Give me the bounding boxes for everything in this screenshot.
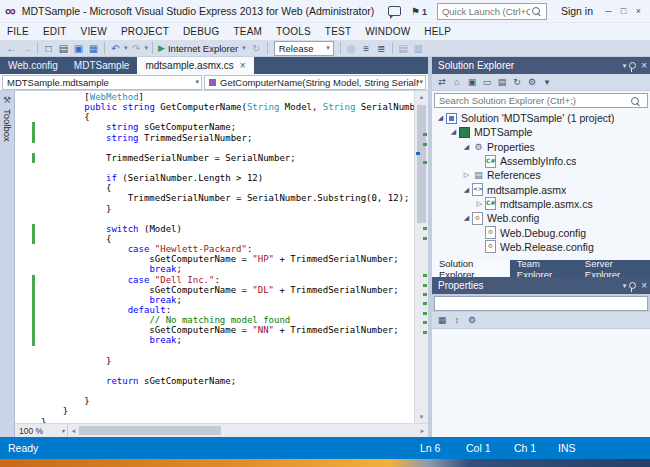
outdent-icon[interactable]: ≣	[374, 43, 389, 54]
panel-tab-team-explorer[interactable]: Team Explorer	[510, 260, 578, 277]
redo-icon[interactable]: ↷	[129, 43, 144, 54]
find-icon[interactable]: ◎	[344, 43, 359, 54]
sync-with-active-document-icon[interactable]: ⇄	[435, 77, 449, 87]
tree-item[interactable]: ▷C#mdtsample.asmx.cs	[432, 197, 650, 211]
chevron-down-icon[interactable]: ▾	[145, 44, 149, 52]
scroll-right-icon[interactable]: ►	[417, 428, 428, 434]
chevron-down-icon[interactable]: ▾	[242, 44, 246, 52]
show-all-files-icon[interactable]: ▤	[495, 77, 509, 87]
minimize-button[interactable]: ─	[601, 6, 616, 16]
editor-horizontal-scrollbar[interactable]	[79, 424, 417, 437]
uncomment-icon[interactable]: ▥	[411, 43, 426, 54]
tab-mdtsample-asmx-cs[interactable]: mdtsample.asmx.cs×	[137, 57, 253, 74]
tree-item[interactable]: ⚙Web.Debug.config	[432, 225, 650, 239]
properties-object-dropdown[interactable]	[434, 296, 648, 311]
filter-dropdown-icon[interactable]: ▾	[540, 77, 554, 87]
menu-help[interactable]: HELP	[417, 26, 458, 37]
expander-icon[interactable]: ▷	[474, 200, 485, 208]
menu-team[interactable]: TEAM	[227, 26, 270, 37]
save-all-icon[interactable]: ▦	[86, 43, 101, 54]
tree-item[interactable]: ⚙Web.Release.config	[432, 240, 650, 254]
properties-icon[interactable]: ⚙	[525, 77, 539, 87]
tab-mdtsample[interactable]: MDTSample	[66, 57, 138, 74]
chevron-down-icon[interactable]: ▾	[124, 44, 128, 52]
expander-icon[interactable]: ◢	[461, 143, 472, 151]
menu-tools[interactable]: TOOLS	[269, 26, 318, 37]
panel-tab-server-explorer[interactable]: Server Explorer	[578, 260, 650, 277]
alphabetical-icon[interactable]: ↕	[450, 315, 464, 325]
start-debug-button[interactable]: ▶Internet Explorer▾	[158, 43, 247, 54]
feedback-icon[interactable]	[388, 6, 401, 16]
code-line: case "Hewlett-Packard":	[41, 244, 414, 254]
home-icon[interactable]: ⌂	[450, 77, 464, 87]
switch-views-icon[interactable]: ▣	[465, 77, 479, 87]
scroll-up-icon[interactable]: ▲	[415, 91, 428, 103]
menu-project[interactable]: PROJECT	[114, 26, 176, 37]
menu-edit[interactable]: EDIT	[36, 26, 74, 37]
menu-test[interactable]: TEST	[318, 26, 358, 37]
property-pages-icon[interactable]: ⚙	[465, 315, 479, 325]
pin-icon[interactable]	[629, 62, 636, 69]
expander-icon[interactable]: ◢	[461, 214, 472, 222]
member-dropdown[interactable]: GetComputerName(String Model, String Ser…	[204, 75, 426, 90]
editor-vscroll-track[interactable]	[415, 103, 428, 411]
notifications-flag-icon[interactable]: ⚑1	[411, 6, 427, 17]
editor-vertical-scrollbar[interactable]: ▲ ▼	[414, 91, 428, 423]
nav-forward-icon[interactable]: →	[19, 43, 34, 54]
toolbox-tab[interactable]: ⚒ Toolbox	[2, 91, 13, 142]
tree-item[interactable]: ◢<>mdtsample.asmx	[432, 182, 650, 196]
close-icon[interactable]: ×	[240, 60, 246, 71]
solution-search-box[interactable]	[434, 93, 648, 108]
code-editor[interactable]: [WebMethod] public string GetComputerNam…	[15, 91, 428, 437]
menu-file[interactable]: FILE	[0, 26, 36, 37]
config-file-icon: ⚙	[485, 226, 496, 239]
new-file-icon[interactable]: □	[41, 43, 56, 54]
change-mark	[423, 321, 427, 324]
title-bar: ∞ MDTSample - Microsoft Visual Studio Ex…	[0, 0, 650, 23]
close-icon[interactable]: ×	[641, 60, 647, 71]
expander-icon[interactable]: ◢	[435, 114, 446, 122]
panel-tab-solution-explorer[interactable]: Solution Explorer	[432, 260, 510, 277]
refresh-icon[interactable]: ↻	[510, 77, 524, 87]
menu-debug[interactable]: DEBUG	[176, 26, 227, 37]
expander-icon[interactable]: ◢	[461, 186, 472, 194]
nav-backward-icon[interactable]: ←	[4, 43, 19, 54]
window-position-icon[interactable]: ▾	[623, 62, 627, 70]
expander-icon[interactable]: ◢	[448, 128, 459, 136]
refresh-browser-icon[interactable]: ↻	[249, 43, 264, 54]
scroll-down-icon[interactable]: ▼	[415, 411, 428, 423]
tree-item[interactable]: ◢⚙Properties	[432, 140, 650, 154]
tree-item[interactable]: ▷▤References	[432, 168, 650, 182]
tree-item[interactable]: ◢MDTSample	[432, 125, 650, 139]
tree-item[interactable]: C#AssemblyInfo.cs	[432, 154, 650, 168]
close-icon[interactable]: ×	[641, 280, 647, 291]
window-position-icon[interactable]: ▾	[623, 282, 627, 290]
indent-icon[interactable]: ≡	[359, 43, 374, 54]
solution-search-input[interactable]	[435, 94, 629, 107]
categorized-icon[interactable]: ▦	[435, 315, 449, 325]
maximize-button[interactable]: □	[616, 6, 631, 16]
pin-icon[interactable]	[629, 282, 636, 289]
quick-launch-input[interactable]	[438, 6, 530, 17]
quick-launch-box[interactable]	[437, 3, 547, 20]
expander-icon[interactable]: ▷	[461, 171, 472, 179]
code-area[interactable]: [WebMethod] public string GetComputerNam…	[15, 91, 414, 423]
comment-icon[interactable]: ▤	[396, 43, 411, 54]
sign-in-button[interactable]: Sign in	[561, 5, 593, 17]
zoom-dropdown[interactable]: 100 % ▾	[15, 424, 68, 437]
tab-web-config[interactable]: Web.config	[0, 57, 66, 74]
hscroll-thumb[interactable]	[79, 426, 221, 435]
configuration-combo[interactable]: Release▾	[274, 41, 334, 56]
close-button[interactable]: ×	[631, 6, 646, 16]
open-file-icon[interactable]: ▤	[56, 43, 71, 54]
menu-view[interactable]: VIEW	[74, 26, 114, 37]
menu-window[interactable]: WINDOW	[358, 26, 417, 37]
scroll-left-icon[interactable]: ◄	[68, 428, 79, 434]
save-icon[interactable]: ▣	[71, 43, 86, 54]
undo-icon[interactable]: ↶	[108, 43, 123, 54]
tree-item[interactable]: ◢⚙Web.config	[432, 211, 650, 225]
collapse-all-icon[interactable]: ▭	[480, 77, 494, 87]
toolbar-separator	[267, 42, 268, 54]
type-dropdown[interactable]: MDTSample.mdtsample ▾	[2, 75, 202, 90]
tree-item[interactable]: ◢Solution 'MDTSample' (1 project)	[432, 111, 650, 125]
